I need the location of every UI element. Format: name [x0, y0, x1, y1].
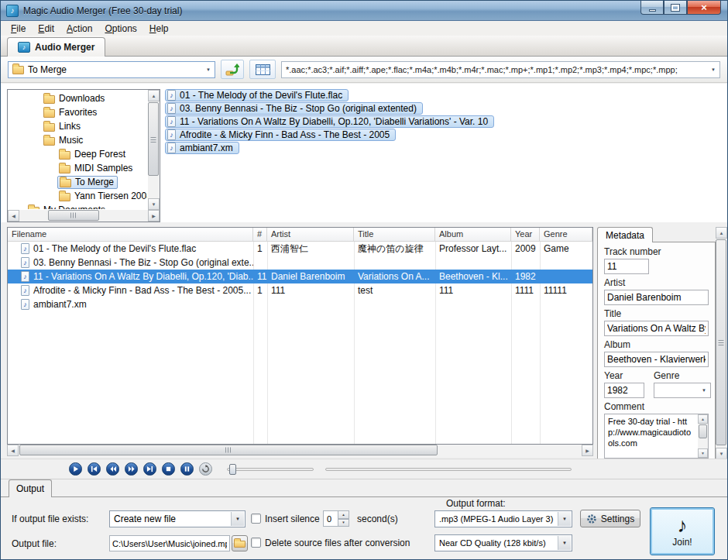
pause-button[interactable] [180, 462, 194, 476]
output-format-combo[interactable]: .mp3 (MPEG-1 Audio Layer 3) ▼ [434, 510, 572, 527]
column-header-filename[interactable]: Filename [8, 228, 253, 241]
metadata-scrollbar[interactable]: ▲ ▼ [716, 227, 727, 459]
genre-combo[interactable]: ▼ [654, 383, 711, 398]
seek-slider[interactable] [227, 468, 314, 471]
folder-icon [59, 165, 70, 173]
column-header-title[interactable]: Title [354, 228, 435, 241]
chevron-down-icon: ▼ [231, 512, 244, 526]
title-field[interactable] [604, 321, 709, 336]
tree-item-to-merge[interactable]: To Merge [8, 175, 147, 189]
table-header: Filename # Artist Title Album Year Genre [8, 228, 592, 242]
menu-help[interactable]: Help [143, 22, 175, 36]
loop-button[interactable] [199, 462, 212, 476]
delete-source-checkbox[interactable] [251, 538, 261, 548]
skip-forward-button[interactable] [143, 462, 156, 476]
scroll-right-icon[interactable]: ▶ [148, 210, 160, 222]
audio-file-icon [21, 271, 29, 282]
output-file-field[interactable] [109, 535, 230, 551]
menu-options[interactable]: Options [98, 22, 143, 36]
tree-hscroll-thumb[interactable] [48, 210, 99, 221]
tab-metadata[interactable]: Metadata [597, 227, 653, 242]
table-row-selected[interactable]: 11 - Variations On A Waltz By Diabelli, … [8, 270, 592, 283]
play-button[interactable] [69, 462, 82, 476]
skip-back-button[interactable] [88, 462, 101, 476]
table-row[interactable]: 03. Benny Bennasi - The Biz - Stop Go (o… [8, 256, 592, 270]
metadata-scroll-thumb[interactable] [716, 239, 726, 445]
file-list-item[interactable]: 11 - Variations On A Waltz By Diabelli, … [165, 115, 494, 128]
scroll-left-icon[interactable]: ◀ [7, 445, 19, 456]
insert-silence-checkbox[interactable] [251, 514, 261, 524]
tree-vscroll-thumb[interactable] [148, 102, 159, 176]
scroll-right-icon[interactable]: ▶ [582, 445, 593, 456]
rewind-button[interactable] [106, 462, 119, 476]
close-button[interactable]: × [687, 1, 721, 15]
album-field[interactable] [604, 352, 709, 367]
track-number-field[interactable] [604, 259, 649, 274]
silence-seconds-field[interactable] [323, 510, 338, 527]
tree-item-links[interactable]: Links [8, 119, 147, 133]
exists-combo[interactable]: Create new file ▼ [109, 510, 246, 527]
browse-button[interactable] [232, 535, 248, 551]
table-horizontal-scrollbar[interactable]: ◀ ▶ [7, 445, 593, 457]
folder-combo[interactable]: To Merge ▼ [8, 61, 215, 78]
quality-combo[interactable]: Near CD Quality (128 kbit/s) ▼ [434, 534, 572, 551]
column-header-year[interactable]: Year [511, 228, 540, 241]
table-row[interactable]: ambiant7.xm [8, 297, 592, 311]
volume-slider[interactable] [325, 468, 572, 471]
app-window: ♪ Magic Audio Merger (Free 30-day trial)… [0, 0, 728, 560]
file-list-item[interactable]: ambiant7.xm [165, 142, 239, 154]
tree-item-downloads[interactable]: Downloads [8, 91, 147, 105]
tree-vertical-scrollbar[interactable]: ▲ ▼ [148, 90, 160, 210]
stepper-up-icon[interactable]: ▲ [338, 510, 349, 519]
fast-forward-button[interactable] [125, 462, 138, 476]
tree-horizontal-scrollbar[interactable]: ◀ ▶ [8, 210, 160, 222]
menu-file[interactable]: File [5, 22, 32, 36]
settings-button[interactable]: Settings [580, 510, 640, 527]
menu-edit[interactable]: Edit [32, 22, 60, 36]
tree-item-midi-samples[interactable]: MIDI Samples [8, 161, 147, 175]
scroll-left-icon[interactable]: ◀ [8, 210, 19, 222]
file-list-item[interactable]: 01 - The Melody of the Devil's Flute.fla… [165, 89, 349, 101]
table-row[interactable]: 01 - The Melody of the Devil's Flute.fla… [8, 242, 592, 256]
chevron-down-icon: ▼ [558, 512, 571, 526]
scroll-up-icon[interactable]: ▲ [716, 227, 727, 239]
tree-item-music[interactable]: Music [8, 133, 147, 147]
tab-audio-merger[interactable]: ♪ Audio Merger [7, 37, 105, 57]
column-header-album[interactable]: Album [435, 228, 511, 241]
artist-field[interactable] [604, 290, 709, 305]
tree-item-deep-forest[interactable]: Deep Forest [8, 147, 147, 161]
tab-output[interactable]: Output [9, 479, 52, 497]
scroll-down-icon[interactable]: ▼ [716, 448, 727, 459]
tree-item-yann-tiersen[interactable]: Yann Tiersen 2008 [8, 189, 147, 203]
file-list-item[interactable]: 03. Benny Bennasi - The Biz - Stop Go (o… [165, 102, 423, 115]
file-list-item[interactable]: Afrodite - & Micky Finn - Bad Ass - The … [165, 129, 396, 141]
menu-action[interactable]: Action [60, 22, 98, 36]
seek-slider-thumb[interactable] [229, 464, 236, 475]
scroll-down-icon[interactable]: ▼ [698, 448, 708, 458]
table-row[interactable]: Afrodite - & Micky Finn - Bad Ass - The … [8, 283, 592, 297]
album-label: Album [604, 339, 709, 350]
comment-field[interactable]: Free 30-day trial - http://www.magicaudi… [604, 414, 709, 459]
column-header-number[interactable]: # [253, 228, 267, 241]
tree-item-my-documents[interactable]: My Documents [8, 203, 147, 209]
scroll-up-icon[interactable]: ▲ [698, 414, 708, 424]
comment-scroll-thumb[interactable] [699, 424, 707, 438]
stepper-down-icon[interactable]: ▼ [338, 519, 349, 527]
minimize-button[interactable] [640, 1, 664, 15]
column-header-artist[interactable]: Artist [267, 228, 354, 241]
scroll-up-icon[interactable]: ▲ [148, 90, 160, 101]
year-field[interactable] [604, 383, 644, 398]
up-one-level-button[interactable] [221, 60, 244, 79]
column-view-button[interactable] [249, 60, 276, 79]
file-filter-combo[interactable]: *.aac;*.ac3;*.aif;*.aiff;*.ape;*.flac;*.… [281, 61, 720, 78]
folder-icon [43, 123, 55, 132]
comment-scrollbar[interactable]: ▲ ▼ [698, 414, 708, 458]
tree-item-favorites[interactable]: Favorites [8, 105, 147, 119]
column-header-genre[interactable]: Genre [540, 228, 592, 241]
join-button[interactable]: ♪ Join! [650, 507, 715, 555]
table-hscroll-thumb[interactable] [19, 445, 438, 455]
stop-button[interactable] [162, 462, 175, 476]
scroll-down-icon[interactable]: ▼ [148, 198, 160, 210]
maximize-button[interactable] [664, 1, 687, 15]
insert-silence-label: Insert silence [265, 514, 320, 524]
